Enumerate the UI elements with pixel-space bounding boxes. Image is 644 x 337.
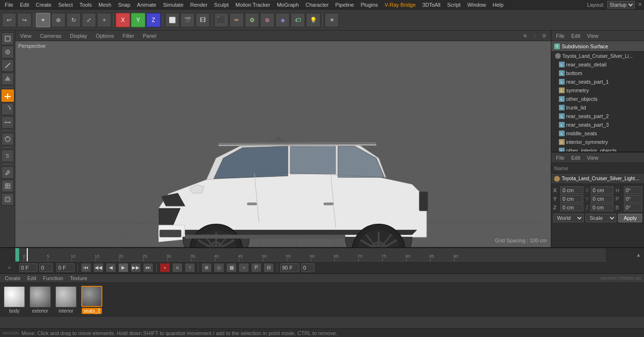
- poly-mode-button[interactable]: [1, 73, 14, 85]
- redo-button[interactable]: ↪: [17, 13, 32, 27]
- scene-tree[interactable]: Toyota_Land_Cruiser_Silver_Li... L rear_…: [551, 52, 644, 152]
- filter-button[interactable]: ▦: [226, 263, 237, 272]
- viewport[interactable]: View Cameras Display Options Filter Pane…: [15, 31, 551, 247]
- prev-frame-button[interactable]: ◀◀: [93, 263, 104, 272]
- menu-item-tools[interactable]: Tools: [76, 1, 95, 9]
- viewport-tab-view[interactable]: View: [18, 32, 33, 40]
- tree-item-interior-symmetry[interactable]: L interior_symmetry: [551, 138, 644, 146]
- texture-button[interactable]: [1, 180, 14, 192]
- z-rot-field[interactable]: 0 cm: [590, 204, 613, 211]
- play-backward-button[interactable]: ◀: [106, 263, 116, 272]
- menu-item-window[interactable]: Window: [464, 1, 489, 9]
- tree-item-toyota-root[interactable]: Toyota_Land_Cruiser_Silver_Li...: [551, 52, 644, 60]
- menu-item-character[interactable]: Character: [303, 1, 331, 9]
- tree-item-trunk-lid[interactable]: L trunk_lid: [551, 103, 644, 112]
- menu-item-file[interactable]: File: [2, 1, 16, 9]
- material-interior[interactable]: interior: [55, 286, 76, 314]
- mat-tab-create[interactable]: Create: [3, 274, 22, 282]
- menu-item-vray-bridge[interactable]: V-Ray Bridge: [382, 1, 419, 9]
- attr-edit-tab[interactable]: Edit: [569, 154, 582, 162]
- selection-button[interactable]: S: [1, 150, 14, 162]
- viewport-light-button[interactable]: ☀: [325, 13, 339, 27]
- keyframe-button[interactable]: ◇: [214, 263, 224, 272]
- effector-button[interactable]: ◈: [275, 13, 290, 27]
- menu-item-render[interactable]: Render: [187, 1, 210, 9]
- z-axis-button[interactable]: Z: [146, 13, 161, 27]
- viewport-tab-panel[interactable]: Panel: [141, 32, 158, 40]
- timeline-btn-4[interactable]: ○: [239, 263, 249, 272]
- autokey-button[interactable]: A: [172, 263, 183, 272]
- tree-item-rear-seats-3[interactable]: L rear_seats_part_3: [551, 120, 644, 129]
- loop-button[interactable]: P: [251, 263, 262, 272]
- go-to-start-button[interactable]: ⏮: [81, 263, 91, 272]
- frame-field-2[interactable]: [56, 263, 75, 272]
- tree-item-middle-seats[interactable]: L middle_seats: [551, 129, 644, 138]
- paint-button[interactable]: [1, 166, 14, 179]
- render-region-button[interactable]: ⬜: [165, 13, 179, 27]
- scale-mode-select[interactable]: Scale: [586, 214, 616, 222]
- attr-file-tab[interactable]: File: [554, 154, 567, 162]
- deformer-button[interactable]: ⊛: [260, 13, 274, 27]
- menu-item-3dtoall[interactable]: 3DToAll: [419, 1, 443, 9]
- tree-item-other-interior[interactable]: L other_interior_objects: [551, 146, 644, 152]
- menu-item-mograph[interactable]: MoGraph: [274, 1, 302, 9]
- material-body[interactable]: body: [4, 286, 25, 314]
- menu-item-snap[interactable]: Snap: [115, 1, 133, 9]
- x-rot-field[interactable]: 0 cm: [591, 186, 614, 194]
- viewport-ctrl-1[interactable]: ⊕: [521, 32, 529, 40]
- world-mode-select[interactable]: World Object: [553, 214, 584, 222]
- menu-item-script[interactable]: Script: [444, 1, 463, 9]
- mat-tab-edit[interactable]: Edit: [25, 274, 38, 282]
- undo-button[interactable]: ↩: [2, 13, 16, 27]
- y-rot-field[interactable]: 0 cm: [591, 195, 614, 203]
- x-pos-field[interactable]: 0 cm: [560, 186, 583, 194]
- select-tool-button[interactable]: ⊕: [51, 13, 65, 27]
- viewport-tab-display[interactable]: Display: [68, 32, 89, 40]
- move-tool-left-button[interactable]: [1, 89, 14, 102]
- tree-item-rear-seats-detail[interactable]: L rear_seats_detail: [551, 60, 644, 69]
- snap-button[interactable]: [1, 133, 14, 145]
- y-axis-button[interactable]: Y: [131, 13, 145, 27]
- p-field[interactable]: 0°: [624, 195, 642, 203]
- next-frame-button[interactable]: ▶▶: [131, 263, 141, 272]
- mat-tab-function[interactable]: Function: [41, 274, 65, 282]
- z-pos-field[interactable]: 0 cm: [560, 204, 583, 211]
- tree-item-other-objects[interactable]: L other_objects: [551, 95, 644, 103]
- spline-button[interactable]: ✏: [229, 13, 244, 27]
- current-frame-input[interactable]: [39, 263, 53, 272]
- fps-val-input[interactable]: [301, 263, 315, 272]
- b-field[interactable]: 0°: [624, 204, 642, 211]
- menu-item-pipeline[interactable]: Pipeline: [332, 1, 357, 9]
- apply-button[interactable]: Apply: [618, 214, 642, 222]
- play-button[interactable]: ▶: [118, 263, 129, 272]
- model-mode-button[interactable]: [1, 33, 14, 45]
- tree-item-rear-seats-2[interactable]: L rear_seats_part_2: [551, 112, 644, 120]
- add-tool-button[interactable]: +: [97, 13, 111, 27]
- menu-item-animate[interactable]: Animate: [134, 1, 159, 9]
- viewport-ctrl-2[interactable]: ↓: [531, 32, 538, 40]
- render-active-button[interactable]: 🎬: [180, 13, 195, 27]
- cube-button[interactable]: ⬛: [214, 13, 229, 27]
- tag-button[interactable]: 🏷: [291, 13, 305, 27]
- motion-path-button[interactable]: ⊕: [201, 263, 212, 272]
- scale-tool-button[interactable]: ⤢: [82, 13, 96, 27]
- y-pos-field[interactable]: 0 cm: [560, 195, 583, 203]
- menu-item-sculpt[interactable]: Sculpt: [211, 1, 232, 9]
- light-button[interactable]: 💡: [306, 13, 320, 27]
- material-seats-2[interactable]: seats_2: [81, 286, 102, 314]
- attr-view-tab[interactable]: View: [585, 154, 600, 162]
- layout-select[interactable]: Startup: [607, 1, 635, 9]
- tree-item-symmetry[interactable]: L symmetry: [551, 86, 644, 95]
- menu-item-edit[interactable]: Edit: [17, 1, 32, 9]
- viewport-tab-cameras[interactable]: Cameras: [38, 32, 64, 40]
- timeline-ruler[interactable]: 0 5 10 15 20 25 30 35 40: [19, 248, 606, 261]
- start-frame-input[interactable]: [19, 263, 37, 272]
- render-output-button[interactable]: 🎞: [196, 13, 210, 27]
- menu-item-plugins[interactable]: Plugins: [358, 1, 381, 9]
- material-exterior[interactable]: exterior: [30, 286, 51, 314]
- scale-tool-left-button[interactable]: [1, 116, 14, 129]
- x-axis-button[interactable]: X: [116, 13, 130, 27]
- rp-tab-view[interactable]: View: [585, 32, 600, 40]
- menu-item-help[interactable]: Help: [490, 1, 507, 9]
- viewport-tab-options[interactable]: Options: [94, 32, 116, 40]
